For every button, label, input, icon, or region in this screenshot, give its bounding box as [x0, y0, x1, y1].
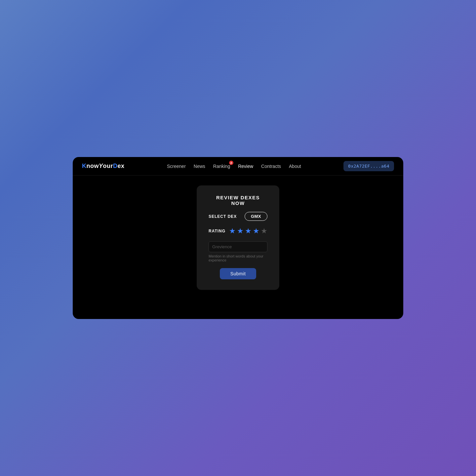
logo-d: D — [113, 163, 118, 169]
navbar: KnowYourDex Screener News Ranking β Revi… — [73, 157, 403, 176]
nav-item-review[interactable]: Review — [238, 163, 253, 169]
nav-link-news[interactable]: News — [194, 164, 205, 169]
star-1[interactable]: ★ — [229, 227, 236, 235]
grievance-section: Mention in short words about your experi… — [209, 241, 267, 262]
select-dex-row: SELECT DEX GMX — [209, 212, 267, 221]
review-card: REVIEW DEXES NOW SELECT DEX GMX RATING ★… — [197, 185, 279, 290]
grievance-hint: Mention in short words about your experi… — [209, 254, 267, 262]
logo-k: K — [82, 163, 87, 169]
star-4[interactable]: ★ — [253, 227, 259, 235]
star-2[interactable]: ★ — [237, 227, 244, 235]
app-window: KnowYourDex Screener News Ranking β Revi… — [73, 157, 403, 319]
stars-container: ★ ★ ★ ★ ★ — [229, 227, 267, 235]
ranking-wrapper[interactable]: Ranking β — [213, 163, 230, 169]
nav-link-review[interactable]: Review — [238, 164, 253, 169]
main-content: REVIEW DEXES NOW SELECT DEX GMX RATING ★… — [73, 176, 403, 319]
nav-links: Screener News Ranking β Review Contracts… — [167, 163, 301, 169]
nav-link-ranking[interactable]: Ranking — [213, 164, 230, 169]
logo-know-rest: now — [87, 163, 99, 169]
nav-link-screener[interactable]: Screener — [167, 164, 186, 169]
beta-badge: β — [229, 161, 233, 165]
select-dex-label: SELECT DEX — [209, 214, 237, 219]
wallet-button[interactable]: 0x2A72EF....a64 — [343, 161, 394, 171]
rating-label: RATING — [209, 229, 225, 233]
logo-y: Y — [99, 163, 103, 169]
nav-link-about[interactable]: About — [289, 164, 301, 169]
dex-select-button[interactable]: GMX — [245, 212, 267, 221]
rating-row: RATING ★ ★ ★ ★ ★ — [209, 227, 267, 235]
logo-your-rest: our — [103, 163, 113, 169]
star-3[interactable]: ★ — [245, 227, 252, 235]
star-5[interactable]: ★ — [261, 227, 267, 235]
nav-item-ranking[interactable]: Ranking β — [213, 163, 230, 169]
nav-item-about[interactable]: About — [289, 163, 301, 169]
nav-item-contracts[interactable]: Contracts — [261, 163, 281, 169]
submit-button[interactable]: Submit — [220, 268, 257, 279]
review-card-title: REVIEW DEXES NOW — [209, 195, 267, 206]
logo: KnowYourDex — [82, 163, 125, 170]
nav-item-news[interactable]: News — [194, 163, 205, 169]
nav-item-screener[interactable]: Screener — [167, 163, 186, 169]
logo-dex-rest: ex — [118, 163, 125, 169]
nav-link-contracts[interactable]: Contracts — [261, 164, 281, 169]
grievance-input[interactable] — [209, 241, 267, 252]
